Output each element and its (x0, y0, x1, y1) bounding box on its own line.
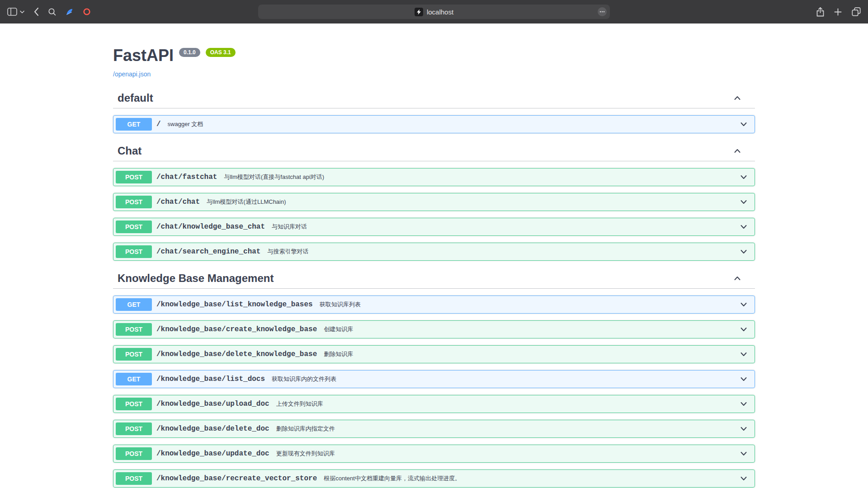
expand-operation-icon[interactable] (739, 474, 748, 483)
search-icon[interactable] (48, 8, 56, 16)
operation-description: 与知识库对话 (272, 223, 739, 231)
collapse-section-icon[interactable] (733, 274, 742, 283)
method-badge: GET (116, 118, 152, 131)
sidebar-chevron-down-icon[interactable] (20, 10, 24, 14)
operation-row[interactable]: GET /knowledge_base/list_docs 获取知识库内的文件列… (113, 370, 755, 388)
method-badge: POST (116, 348, 152, 361)
extension-blue-icon[interactable] (65, 8, 74, 16)
section-title: Chat (118, 145, 733, 157)
method-badge: GET (116, 373, 152, 385)
operation-description: 获取知识库内的文件列表 (272, 375, 739, 383)
operation-row[interactable]: POST /knowledge_base/update_doc 更新现有文件到知… (113, 445, 755, 463)
operation-description: 删除知识库 (324, 350, 739, 358)
swagger-page: FastAPI 0.1.0 OAS 3.1 /openapi.json defa… (0, 23, 868, 488)
method-badge: POST (116, 196, 152, 208)
expand-operation-icon[interactable] (739, 173, 748, 182)
expand-operation-icon[interactable] (739, 247, 748, 256)
operation-description: 更新现有文件到知识库 (276, 450, 739, 458)
new-tab-icon[interactable] (834, 8, 842, 16)
sections-container: default GET / swagger 文档 Chat POST /chat… (113, 89, 755, 488)
expand-operation-icon[interactable] (739, 120, 748, 129)
section-title: Knowledge Base Management (118, 272, 733, 285)
method-badge: POST (116, 245, 152, 258)
expand-operation-icon[interactable] (739, 197, 748, 206)
expand-operation-icon[interactable] (739, 424, 748, 433)
expand-operation-icon[interactable] (739, 399, 748, 408)
operation-path: /chat/knowledge_base_chat (156, 223, 265, 231)
operation-path: /knowledge_base/delete_knowledge_base (156, 350, 317, 358)
operation-row[interactable]: POST /chat/fastchat 与llm模型对话(直接与fastchat… (113, 168, 755, 186)
share-icon[interactable] (816, 7, 824, 17)
api-title: FastAPI 0.1.0 OAS 3.1 (113, 46, 755, 65)
content-wrapper: FastAPI 0.1.0 OAS 3.1 /openapi.json defa… (104, 46, 764, 488)
method-badge: POST (116, 447, 152, 460)
operation-row[interactable]: POST /chat/search_engine_chat 与搜索引擎对话 (113, 243, 755, 261)
operation-path: /knowledge_base/upload_doc (156, 400, 269, 408)
operation-description: 与llm模型对话(直接与fastchat api对话) (224, 173, 739, 181)
section-title: default (118, 92, 733, 104)
page-options-icon[interactable] (598, 7, 607, 16)
site-favicon-icon (415, 8, 423, 16)
operation-description: 获取知识库列表 (320, 300, 739, 309)
api-tag-section: default GET / swagger 文档 (113, 89, 755, 133)
extension-red-icon[interactable] (83, 8, 91, 16)
api-title-text: FastAPI (113, 46, 174, 65)
method-badge: POST (116, 323, 152, 336)
operation-path: /knowledge_base/list_knowledge_bases (156, 300, 313, 309)
operation-row[interactable]: GET /knowledge_base/list_knowledge_bases… (113, 296, 755, 314)
section-header[interactable]: Chat (113, 142, 755, 161)
expand-operation-icon[interactable] (739, 325, 748, 334)
operation-row[interactable]: POST /chat/knowledge_base_chat 与知识库对话 (113, 218, 755, 236)
operation-path: /chat/chat (156, 198, 200, 206)
tab-overview-icon[interactable] (852, 7, 861, 16)
operation-path: /knowledge_base/delete_doc (156, 425, 269, 433)
operation-path: /knowledge_base/create_knowledge_base (156, 325, 317, 333)
operation-description: 根据content中文档重建向量库，流式输出处理进度。 (324, 474, 739, 483)
expand-operation-icon[interactable] (739, 222, 748, 231)
operation-description: 与搜索引擎对话 (267, 248, 739, 256)
method-badge: POST (116, 472, 152, 485)
api-info: FastAPI 0.1.0 OAS 3.1 /openapi.json (113, 46, 755, 78)
operation-row[interactable]: POST /chat/chat 与llm模型对话(通过LLMChain) (113, 193, 755, 211)
sidebar-toggle-icon[interactable] (7, 8, 17, 16)
api-tag-section: Chat POST /chat/fastchat 与llm模型对话(直接与fas… (113, 142, 755, 261)
operation-description: 创建知识库 (324, 325, 739, 333)
back-icon[interactable] (33, 7, 39, 16)
operations-list: GET /knowledge_base/list_knowledge_bases… (113, 289, 755, 488)
operation-row[interactable]: POST /knowledge_base/recreate_vector_sto… (113, 469, 755, 488)
expand-operation-icon[interactable] (739, 350, 748, 359)
url-text: localhost (427, 8, 453, 16)
operation-path: /knowledge_base/recreate_vector_store (156, 474, 317, 483)
operation-row[interactable]: POST /knowledge_base/delete_knowledge_ba… (113, 345, 755, 363)
operation-description: 与llm模型对话(通过LLMChain) (207, 198, 739, 206)
operation-description: 上传文件到知识库 (276, 400, 739, 408)
operation-path: /chat/search_engine_chat (156, 248, 260, 256)
operations-list: POST /chat/fastchat 与llm模型对话(直接与fastchat… (113, 161, 755, 261)
section-header[interactable]: Knowledge Base Management (113, 270, 755, 289)
operation-row[interactable]: POST /knowledge_base/upload_doc 上传文件到知识库 (113, 395, 755, 413)
method-badge: POST (116, 398, 152, 410)
operations-list: GET / swagger 文档 (113, 108, 755, 133)
operation-path: /knowledge_base/update_doc (156, 450, 269, 458)
operation-row[interactable]: POST /knowledge_base/create_knowledge_ba… (113, 320, 755, 338)
expand-operation-icon[interactable] (739, 449, 748, 458)
collapse-section-icon[interactable] (733, 94, 742, 103)
version-badge: 0.1.0 (179, 48, 200, 57)
operation-path: /knowledge_base/list_docs (156, 375, 265, 383)
operation-path: /chat/fastchat (156, 173, 217, 181)
operation-description: 删除知识库内指定文件 (276, 425, 739, 433)
address-bar[interactable]: localhost (258, 5, 610, 19)
operation-description: swagger 文档 (168, 120, 739, 128)
method-badge: POST (116, 221, 152, 233)
oas-badge: OAS 3.1 (206, 48, 236, 57)
browser-toolbar: localhost (0, 0, 868, 23)
expand-operation-icon[interactable] (739, 300, 748, 309)
method-badge: POST (116, 422, 152, 435)
operation-row[interactable]: GET / swagger 文档 (113, 115, 755, 133)
collapse-section-icon[interactable] (733, 146, 742, 155)
openapi-spec-link[interactable]: /openapi.json (113, 70, 151, 78)
operation-row[interactable]: POST /knowledge_base/delete_doc 删除知识库内指定… (113, 420, 755, 438)
section-header[interactable]: default (113, 89, 755, 108)
operation-path: / (156, 120, 161, 128)
expand-operation-icon[interactable] (739, 375, 748, 384)
